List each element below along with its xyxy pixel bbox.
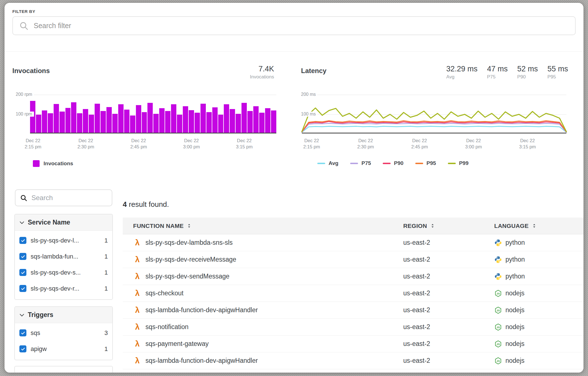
filter-item[interactable]: sqs-lambda-fun...1 <box>15 248 112 264</box>
column-header-function-name[interactable]: FUNCTION NAME <box>123 223 403 229</box>
region-value: us-east-2 <box>403 357 494 364</box>
filter-search-input[interactable] <box>34 22 569 30</box>
function-row[interactable]: λsqs-checkoutus-east-2JSnodejs <box>123 285 584 302</box>
y-tick-100ms: 100 ms <box>301 112 317 117</box>
service-name-items: sls-py-sqs-dev-l...1sqs-lambda-fun...1sl… <box>15 231 112 299</box>
service-name-panel-header[interactable]: Service Name <box>15 214 112 231</box>
filter-item-label: sqs <box>31 329 40 337</box>
sidebar-search-input[interactable] <box>31 194 107 202</box>
python-icon <box>494 239 502 247</box>
python-icon <box>494 273 502 280</box>
invocation-bar <box>112 114 118 133</box>
invocations-total-label: Invocations <box>224 74 274 80</box>
checkbox-checked[interactable] <box>19 237 26 244</box>
column-header-language[interactable]: LANGUAGE <box>494 223 584 229</box>
invocation-bar <box>200 104 206 133</box>
filter-item-label: sls-py-sqs-dev-s... <box>31 269 81 276</box>
region-value: us-east-2 <box>403 340 494 348</box>
sidebar-search-box <box>15 189 112 206</box>
invocation-bar <box>30 101 35 133</box>
nodejs-icon: JS <box>494 289 502 297</box>
checkbox-checked[interactable] <box>19 345 26 352</box>
filter-item[interactable]: apigw1 <box>15 341 112 357</box>
legend-swatch <box>383 163 391 164</box>
checkbox-checked[interactable] <box>19 329 26 336</box>
invocations-total: 7.4K Invocations <box>224 65 274 80</box>
lambda-icon: λ <box>133 322 142 332</box>
language-value: nodejs <box>505 289 525 297</box>
lambda-icon: λ <box>133 289 142 298</box>
next-filter-panel-cutoff <box>14 366 113 373</box>
latency-line-chart <box>302 80 566 134</box>
panel-title: Service Name <box>28 219 70 226</box>
svg-text:JS: JS <box>496 325 500 329</box>
column-label: LANGUAGE <box>494 223 529 229</box>
legend-item-p99[interactable]: P99 <box>448 160 469 166</box>
function-row[interactable]: λsqs-payment-gatewayus-east-2JSnodejs <box>123 336 584 352</box>
lambda-icon: λ <box>133 305 142 315</box>
x-axis-label: Dec 222:15 pm <box>291 137 333 150</box>
invocations-legend-swatch <box>33 160 40 167</box>
panel-title: Triggers <box>28 311 53 319</box>
invocation-bar <box>60 112 65 133</box>
column-label: FUNCTION NAME <box>133 223 184 229</box>
x-axis-label: Dec 222:45 pm <box>118 137 160 150</box>
function-row[interactable]: λsqs-lambda-function-dev-apigwHandlerus-… <box>123 302 584 319</box>
legend-item-avg[interactable]: Avg <box>317 160 338 166</box>
svg-text:JS: JS <box>496 309 500 312</box>
latency-chart-title: Latency <box>301 67 327 75</box>
legend-item-p75[interactable]: P75 <box>350 160 371 166</box>
search-icon <box>20 194 28 202</box>
function-name: sls-py-sqs-dev-receiveMessage <box>145 256 236 263</box>
function-row[interactable]: λsqs-notificationus-east-2JSnodejs <box>123 319 584 336</box>
table-header-row: FUNCTION NAME REGION LANGUAGE <box>123 218 584 234</box>
nodejs-icon: JS <box>494 323 502 331</box>
function-row[interactable]: λsls-py-sqs-dev-receiveMessageus-east-2p… <box>123 251 584 268</box>
function-name: sqs-payment-gateway <box>145 340 209 348</box>
filter-item[interactable]: sqs3 <box>15 325 112 341</box>
x-axis-label: Dec 223:00 pm <box>452 137 494 150</box>
language-value: nodejs <box>505 306 525 314</box>
invocation-bar <box>118 104 124 133</box>
invocation-bar <box>236 114 241 133</box>
function-row[interactable]: λsls-py-sqs-dev-sendMessageus-east-2pyth… <box>123 268 584 285</box>
invocation-bar <box>224 104 229 133</box>
checkbox-checked[interactable] <box>19 269 26 276</box>
checkbox-checked[interactable] <box>19 285 26 292</box>
filter-item[interactable]: sls-py-sqs-dev-l...1 <box>15 232 112 248</box>
invocations-legend[interactable]: Invocations <box>33 160 73 167</box>
filter-item-label: apigw <box>31 345 47 353</box>
stat-value: 55 ms <box>547 65 568 73</box>
svg-text:JS: JS <box>496 359 500 362</box>
filter-item[interactable]: sls-py-sqs-dev-r...1 <box>15 280 112 296</box>
filter-item-count: 3 <box>104 329 108 337</box>
region-value: us-east-2 <box>403 273 494 280</box>
latency-stat-avg: 32.29 ms Avg <box>446 65 477 80</box>
invocation-bar <box>147 103 153 133</box>
triggers-items: sqs3apigw1 <box>15 323 112 360</box>
function-name: sqs-lambda-function-dev-apigwHandler <box>145 306 258 314</box>
legend-item-p95[interactable]: P95 <box>415 160 436 166</box>
region-value: us-east-2 <box>403 306 494 314</box>
invocation-bar <box>218 115 224 133</box>
function-row[interactable]: λsls-py-sqs-dev-lambda-sns-slsus-east-2p… <box>123 234 584 251</box>
column-header-region[interactable]: REGION <box>403 223 494 229</box>
checkbox-checked[interactable] <box>19 253 26 260</box>
x-axis-label: Dec 223:15 pm <box>507 137 549 150</box>
invocation-bar <box>183 106 188 133</box>
invocation-bar <box>265 108 270 133</box>
chevron-down-icon <box>19 219 25 226</box>
stat-label: P90 <box>517 74 538 80</box>
filter-item-label: sls-py-sqs-dev-r... <box>31 285 79 292</box>
function-row[interactable]: λsqs-lambda-function-dev-apigwHandlerus-… <box>123 352 584 369</box>
language-value: python <box>505 256 525 263</box>
y-tick-200rpm: 200 rpm <box>16 92 34 97</box>
lambda-icon: λ <box>133 339 142 348</box>
function-name: sls-py-sqs-dev-sendMessage <box>145 273 229 280</box>
legend-item-p90[interactable]: P90 <box>383 160 404 166</box>
invocation-bar <box>42 110 47 133</box>
invocations-total-value: 7.4K <box>224 65 274 73</box>
filter-item[interactable]: sls-py-sqs-dev-s...1 <box>15 264 112 280</box>
triggers-panel-header[interactable]: Triggers <box>15 307 112 323</box>
sort-icon <box>532 223 537 228</box>
